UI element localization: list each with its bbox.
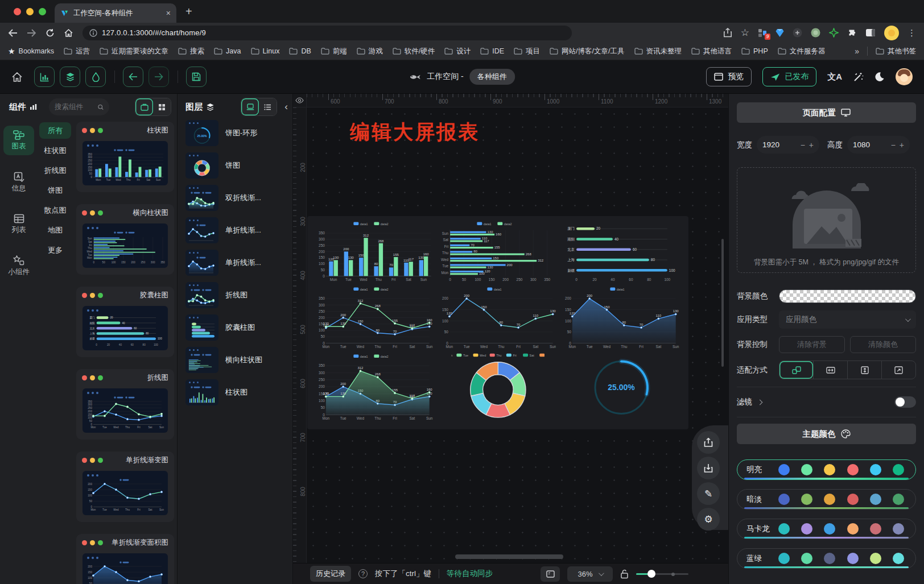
canvas-vertical-scrollbar[interactable] — [721, 239, 724, 367]
category-item[interactable]: 柱状图 — [39, 142, 71, 159]
height-stepper[interactable]: 1080 − + — [847, 136, 910, 154]
dark-mode-moon-icon[interactable] — [874, 72, 885, 82]
canvas-chart-gradient-area[interactable]: data1050100150200MonTueWedThuFriSatSun12… — [562, 286, 679, 350]
nav-item-list[interactable]: 列表 — [3, 210, 34, 239]
layer-item[interactable]: 柱状图 — [185, 379, 287, 405]
layer-item[interactable]: 胶囊柱图 — [185, 314, 287, 341]
list-view-button[interactable] — [259, 98, 277, 115]
category-item[interactable]: 饼图 — [39, 182, 71, 198]
bookmark-folder[interactable]: 软件/硬件 — [393, 47, 435, 56]
undo-button[interactable] — [123, 67, 143, 87]
layer-item[interactable]: 单折线渐... — [185, 217, 287, 243]
bookmark-folder[interactable]: PHP — [741, 47, 768, 56]
fit-stretch-button[interactable] — [881, 361, 915, 379]
category-item[interactable]: 更多 — [39, 242, 71, 258]
plus-icon[interactable]: + — [809, 140, 814, 150]
theme-row-马卡龙[interactable]: 马卡龙 — [737, 519, 916, 539]
lock-icon[interactable] — [620, 569, 629, 579]
fit-width-button[interactable] — [813, 361, 847, 379]
fit-height-button[interactable] — [847, 361, 881, 379]
fit-scale-button[interactable] — [779, 361, 813, 379]
grid-view-button[interactable] — [153, 98, 171, 115]
ruler-corner[interactable] — [293, 94, 307, 107]
edit-button[interactable]: ✎ — [697, 482, 720, 505]
magic-wand-icon[interactable] — [853, 72, 864, 82]
back-icon[interactable] — [8, 29, 18, 37]
window-zoom-button[interactable] — [39, 8, 46, 15]
thumbnail-view-button[interactable] — [241, 98, 259, 115]
new-tab-button[interactable]: + — [185, 5, 192, 18]
chrome-menu-icon[interactable]: ⋮ — [908, 28, 916, 38]
window-minimize-button[interactable] — [26, 8, 34, 15]
nav-item-charts[interactable]: 图表 — [3, 126, 34, 155]
bookmark-folder[interactable]: 前端 — [321, 47, 347, 56]
canvas-horizontal-scrollbar[interactable] — [455, 554, 563, 559]
canvas-chart-bar[interactable]: data1data2050100150200250300350Mon120130… — [315, 221, 433, 283]
canvas-chart-double-area[interactable]: data1data2050100150200250300350MonTueWed… — [315, 353, 433, 421]
export-button[interactable] — [697, 431, 720, 454]
extension-tabs-icon[interactable]: 9 — [758, 28, 767, 38]
other-bookmarks-folder[interactable]: 其他书签 — [876, 47, 916, 56]
design-canvas[interactable]: 6007008009001000110012001300 20030040050… — [293, 94, 728, 584]
zoom-select[interactable]: 36% — [567, 566, 613, 582]
layer-item[interactable]: 饼图 — [185, 152, 287, 179]
clear-color-button[interactable]: 清除颜色 — [850, 336, 916, 353]
window-close-button[interactable] — [14, 8, 21, 15]
extension-dark-icon[interactable] — [793, 28, 802, 38]
category-item[interactable]: 散点图 — [39, 202, 71, 218]
theme-row-明亮[interactable]: 明亮 — [737, 459, 916, 480]
url-bar[interactable]: 127.0.0.1:3000/#/chart/home/9 — [82, 26, 572, 40]
charts-panel-toggle-button[interactable] — [34, 67, 55, 87]
component-card[interactable]: 折线图050100150200250300350MonTueWedThuFriS… — [76, 369, 174, 440]
slider-knob[interactable] — [647, 570, 655, 578]
layer-item[interactable]: 双折线渐... — [185, 185, 287, 211]
import-button[interactable] — [697, 457, 720, 479]
language-toggle-icon[interactable]: 文A — [827, 72, 842, 82]
filter-panel-toggle-button[interactable] — [85, 67, 106, 87]
tab-close-icon[interactable]: × — [166, 9, 171, 18]
bookmark-folder[interactable]: 游戏 — [357, 47, 383, 56]
publish-button[interactable]: 已发布 — [762, 67, 816, 86]
zoom-slider[interactable] — [636, 570, 688, 578]
reload-icon[interactable] — [46, 28, 55, 38]
extensions-puzzle-icon[interactable] — [847, 28, 857, 38]
bookmark-folder[interactable]: Java — [214, 47, 241, 56]
width-stepper[interactable]: 1920 − + — [757, 136, 819, 154]
bookmark-folder[interactable]: 项目 — [514, 47, 540, 56]
bookmark-folder[interactable]: 文件服务器 — [778, 47, 826, 56]
app-type-select[interactable]: 应用颜色 — [779, 310, 916, 329]
category-item[interactable]: 折线图 — [39, 162, 71, 179]
canvas-chart-line[interactable]: data1data2050100150200250300350MonTueWed… — [315, 286, 433, 350]
bookmarks-overflow-icon[interactable]: » — [855, 47, 859, 56]
browser-tab[interactable]: 工作空间-各种组件 × — [55, 3, 176, 23]
canvas-content[interactable]: 编辑大屏报表 data1data2050100150200250300350Mo… — [307, 107, 728, 563]
canvas-chart-gradient-line[interactable]: data1050100150200MonTueWedThuFriSatSun12… — [439, 286, 556, 350]
redo-button[interactable] — [148, 67, 169, 87]
bookmark-folder[interactable]: 近期需要读的文章 — [100, 47, 168, 56]
layer-item[interactable]: 单折线渐... — [185, 250, 287, 276]
forward-icon[interactable] — [27, 29, 36, 37]
filter-toggle[interactable] — [894, 396, 916, 408]
component-card[interactable]: 单折线渐变图050100150200MonTueWedThuFriSatSun — [76, 452, 174, 522]
nav-item-info[interactable]: 信息 — [3, 168, 34, 197]
extension-gem-icon[interactable] — [776, 28, 784, 38]
extension-green-circle-icon[interactable] — [811, 28, 820, 38]
background-upload-dropzone[interactable]: 背景图需小于 5M ， 格式为 png/jpg/gif 的文件 — [737, 167, 916, 273]
chart-board[interactable]: data1data2050100150200250300350Mon120130… — [307, 216, 688, 429]
bookmark-folder[interactable]: 网站/博客/文章/工具 — [550, 47, 624, 56]
bookmark-folder[interactable]: 资讯未整理 — [634, 47, 682, 56]
bookmark-star-icon[interactable]: ☆ — [741, 27, 749, 39]
layers-panel-toggle-button[interactable] — [60, 67, 80, 87]
bookmark-folder[interactable]: Linux — [251, 47, 280, 56]
layer-item[interactable]: 横向柱状图 — [185, 347, 287, 373]
bookmarks-manager[interactable]: ★ Bookmarks — [8, 47, 54, 56]
bookmark-folder[interactable]: 设计 — [444, 47, 471, 56]
component-card[interactable]: 横向柱状图050100150200250300350MonTueWedThuFr… — [76, 204, 174, 275]
canvas-chart-capsule[interactable]: 厦门20南阳40北京60上海80新疆100020406080100 — [562, 221, 679, 283]
home-icon[interactable] — [64, 28, 73, 38]
history-button[interactable]: 历史记录 — [310, 566, 351, 582]
search-input[interactable] — [55, 103, 94, 111]
layer-item[interactable]: 折线图 — [185, 282, 287, 308]
preview-button[interactable]: 预览 — [706, 67, 752, 86]
bg-color-swatch[interactable] — [779, 289, 916, 303]
